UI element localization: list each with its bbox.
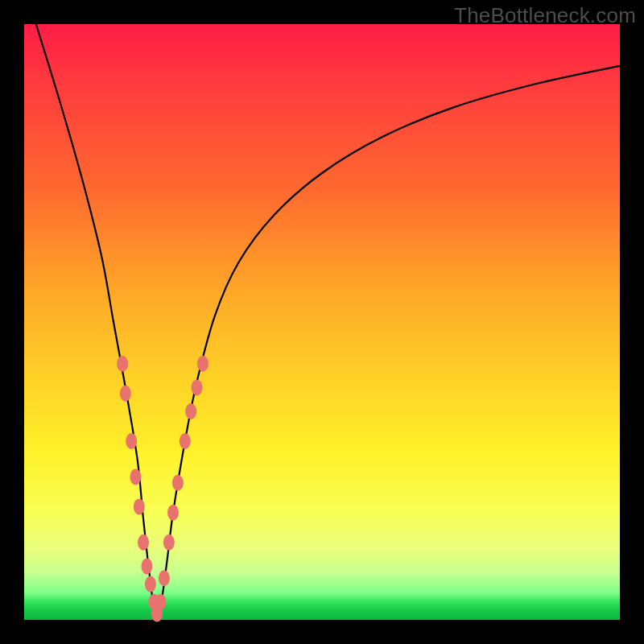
curve-marker [197, 356, 208, 372]
curve-marker [134, 498, 145, 514]
bottleneck-curve [36, 24, 620, 616]
curve-marker [163, 535, 175, 551]
curve-marker [120, 386, 131, 402]
curve-marker [126, 433, 137, 449]
watermark-text: TheBottleneck.com [454, 3, 636, 28]
curve-marker [141, 558, 152, 574]
curve-marker [172, 475, 184, 491]
chart-overlay [24, 24, 620, 620]
chart-frame: TheBottleneck.com [0, 0, 644, 644]
curve-marker [138, 535, 149, 551]
curve-marker [185, 403, 196, 419]
marker-group [117, 356, 208, 622]
curve-marker [130, 469, 141, 485]
curve-marker [167, 505, 179, 521]
curve-marker [192, 379, 203, 395]
curve-marker [117, 356, 128, 372]
curve-marker [159, 570, 170, 586]
curve-marker [155, 594, 167, 610]
curve-marker [180, 433, 191, 449]
curve-marker [145, 576, 156, 592]
